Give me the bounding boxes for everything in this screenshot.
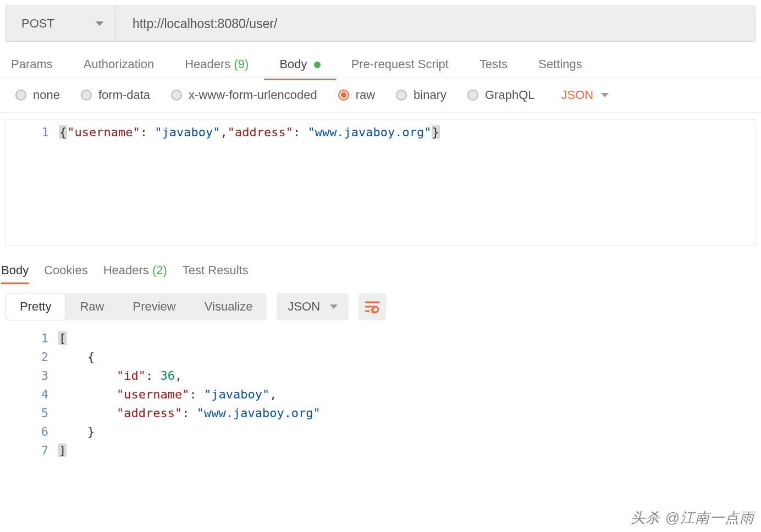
rtab-test-results[interactable]: Test Results [183, 260, 249, 283]
response-tabs: Body Cookies Headers (2) Test Results [0, 246, 761, 283]
line-number: 2 [5, 348, 48, 367]
radio-none[interactable]: none [15, 88, 60, 102]
request-tabs: Params Authorization Headers (9) Body Pr… [0, 53, 761, 78]
line-number: 1 [5, 329, 48, 348]
rtab-cookies[interactable]: Cookies [44, 260, 87, 283]
wrap-lines-button[interactable] [359, 293, 386, 320]
line-number: 4 [5, 385, 48, 404]
content-type-select[interactable]: JSON [561, 88, 609, 102]
rtab-headers[interactable]: Headers (2) [103, 260, 167, 283]
line-number: 6 [5, 423, 48, 441]
response-toolbar: Pretty Raw Preview Visualize JSON [0, 283, 761, 325]
line-number: 7 [5, 441, 48, 460]
seg-pretty[interactable]: Pretty [5, 293, 65, 320]
tab-body-label: Body [279, 57, 307, 71]
tab-headers-label: Headers [185, 57, 230, 71]
radio-binary[interactable]: binary [396, 88, 446, 102]
rtab-headers-label: Headers [103, 263, 149, 277]
code-line: "username": "javaboy", [58, 385, 756, 404]
code-line: } [58, 423, 756, 441]
tab-headers[interactable]: Headers (9) [169, 52, 264, 79]
wrap-icon [365, 300, 380, 313]
tab-params[interactable]: Params [5, 52, 68, 79]
chevron-down-icon [601, 93, 609, 97]
radio-icon [338, 90, 349, 101]
code-line: "address": "www.javaboy.org" [58, 404, 756, 423]
http-method-value: POST [21, 16, 54, 31]
radio-graphql[interactable]: GraphQL [467, 88, 535, 102]
radio-icon [81, 90, 92, 101]
chevron-down-icon [96, 21, 103, 26]
response-code[interactable]: [ { "id": 36, "username": "javaboy", "ad… [58, 327, 756, 460]
view-mode-group: Pretty Raw Preview Visualize [5, 293, 267, 320]
tab-authorization[interactable]: Authorization [68, 52, 169, 79]
line-number: 3 [5, 367, 48, 385]
radio-icon [396, 90, 407, 101]
code-line: ] [58, 441, 756, 460]
tab-settings[interactable]: Settings [523, 52, 598, 79]
editor-code[interactable]: {"username": "javaboy","address": "www.j… [59, 120, 755, 245]
tab-tests[interactable]: Tests [464, 52, 523, 79]
response-body-editor[interactable]: 1 2 3 4 5 6 7 [ { "id": 36, "username": … [5, 327, 756, 460]
code-line: "id": 36, [58, 367, 756, 385]
code-line: { [58, 348, 756, 367]
response-format-value: JSON [288, 300, 320, 314]
radio-icon [467, 90, 478, 101]
tab-headers-count: (9) [234, 57, 249, 71]
http-method-select[interactable]: POST [6, 6, 116, 41]
line-number: 5 [5, 404, 48, 423]
editor-gutter: 1 [6, 120, 59, 245]
rtab-headers-count: (2) [152, 263, 167, 277]
request-bar: POST http://localhost:8080/user/ [5, 5, 756, 42]
code-line: [ [58, 329, 756, 348]
dot-indicator-icon [314, 62, 321, 68]
response-format-select[interactable]: JSON [277, 293, 349, 320]
radio-icon [171, 90, 182, 101]
response-gutter: 1 2 3 4 5 6 7 [5, 327, 58, 460]
radio-raw[interactable]: raw [338, 88, 375, 102]
line-number: 1 [6, 123, 49, 142]
radio-icon [15, 90, 26, 101]
content-type-value: JSON [561, 88, 594, 102]
seg-visualize[interactable]: Visualize [190, 293, 267, 320]
radio-form-data[interactable]: form-data [81, 88, 150, 102]
tab-prerequest[interactable]: Pre-request Script [336, 52, 464, 79]
code-line: {"username": "javaboy","address": "www.j… [59, 123, 755, 142]
radio-urlencoded[interactable]: x-www-form-urlencoded [171, 88, 317, 102]
seg-raw[interactable]: Raw [65, 293, 118, 320]
chevron-down-icon [330, 304, 338, 309]
body-type-row: none form-data x-www-form-urlencoded raw… [0, 78, 761, 113]
rtab-body[interactable]: Body [1, 260, 29, 283]
request-body-editor[interactable]: 1 {"username": "javaboy","address": "www… [5, 119, 756, 246]
url-value: http://localhost:8080/user/ [133, 16, 277, 31]
url-input[interactable]: http://localhost:8080/user/ [116, 6, 755, 41]
tab-body[interactable]: Body [264, 52, 335, 79]
seg-preview[interactable]: Preview [118, 293, 190, 320]
